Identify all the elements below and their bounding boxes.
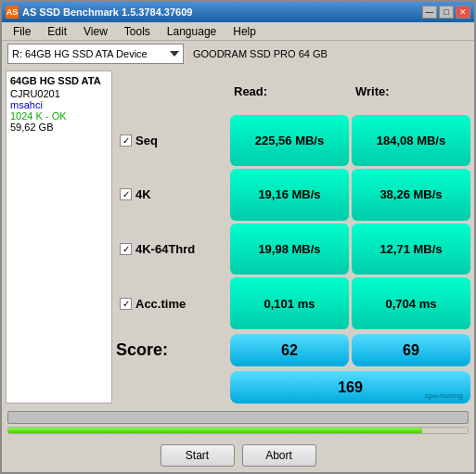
watermark: cpu-tuning (425, 391, 463, 400)
title-controls: — □ ✕ (422, 6, 470, 19)
menu-file[interactable]: File (6, 23, 38, 40)
seq-checkbox[interactable]: ✓ (120, 135, 132, 147)
seq-read-cell: 225,56 MB/s (230, 115, 349, 167)
bottom-progress-bar (7, 427, 469, 434)
seq-label: Seq (135, 134, 158, 147)
4k-label: 4K (135, 187, 151, 201)
menu-view[interactable]: View (76, 23, 115, 40)
acctime-checkbox[interactable]: ✓ (120, 298, 132, 310)
4k64thrd-checkbox[interactable]: ✓ (120, 243, 132, 255)
4k64thrd-read-cell: 19,98 MB/s (230, 224, 349, 275)
score-read-cell: 62 (230, 334, 349, 366)
size-info: 59,62 GB (10, 122, 108, 133)
4k64thrd-label: 4K-64Thrd (135, 242, 195, 256)
device-name: 64GB HG SSD ATA (10, 75, 108, 86)
total-score-cell: 169 cpu-tuning (230, 371, 470, 404)
empty-header (116, 70, 227, 112)
toolbar: R: 64GB HG SSD ATA Device GOODRAM SSD PR… (2, 41, 474, 67)
menu-bar: File Edit View Tools Language Help (2, 22, 474, 41)
abort-button[interactable]: Abort (242, 444, 316, 467)
driver-name: msahci (10, 99, 108, 110)
write-header: Write: (352, 70, 470, 112)
acctime-label: Acc.time (135, 297, 186, 311)
score-row: Score: 62 69 (116, 334, 470, 366)
app-icon: AS (6, 6, 19, 19)
seq-row-label: ✓ Seq (116, 115, 227, 167)
acctime-row-label: ✓ Acc.time (116, 277, 227, 329)
read-header: Read: (230, 70, 349, 112)
score-write-cell: 69 (352, 334, 470, 366)
acctime-write-cell: 0,704 ms (352, 277, 470, 329)
menu-help[interactable]: Help (225, 23, 264, 40)
title-bar-text: AS AS SSD Benchmark 1.5.3784.37609 (6, 6, 192, 19)
4k-row-label: ✓ 4K (116, 169, 227, 221)
results-grid: Read: Write: ✓ Seq 225,56 MB/s 184,08 MB… (116, 70, 470, 329)
total-score-value: 169 (338, 379, 363, 396)
score-label: Score: (116, 340, 227, 360)
4k64thrd-row-label: ✓ 4K-64Thrd (116, 224, 227, 275)
4k64thrd-write-cell: 12,71 MB/s (352, 224, 470, 275)
device-id: CJRU0201 (10, 88, 108, 99)
maximize-button[interactable]: □ (439, 6, 454, 19)
top-progress-bar (7, 411, 469, 424)
4k-write-cell: 38,26 MB/s (352, 169, 470, 221)
title-bar: AS AS SSD Benchmark 1.5.3784.37609 — □ ✕ (2, 2, 474, 22)
menu-edit[interactable]: Edit (40, 23, 74, 40)
bottom-progress-fill (8, 428, 422, 433)
device-select[interactable]: R: 64GB HG SSD ATA Device (7, 44, 184, 64)
right-panel: Read: Write: ✓ Seq 225,56 MB/s 184,08 MB… (116, 70, 470, 404)
close-button[interactable]: ✕ (456, 6, 470, 19)
left-panel: 64GB HG SSD ATA CJRU0201 msahci 1024 K -… (6, 70, 112, 404)
4k-read-cell: 19,16 MB/s (230, 169, 349, 221)
device-label: GOODRAM SSD PRO 64 GB (193, 48, 328, 59)
progress-section (2, 407, 474, 441)
menu-tools[interactable]: Tools (117, 23, 158, 40)
4k-checkbox[interactable]: ✓ (120, 188, 132, 200)
start-button[interactable]: Start (161, 444, 235, 467)
window-title: AS SSD Benchmark 1.5.3784.37609 (22, 6, 192, 18)
acctime-read-cell: 0,101 ms (230, 277, 349, 329)
buttons-row: Start Abort (2, 441, 474, 472)
main-content: 64GB HG SSD ATA CJRU0201 msahci 1024 K -… (2, 67, 474, 407)
minimize-button[interactable]: — (422, 6, 437, 19)
status-text: 1024 K - OK (10, 110, 108, 122)
total-score-row: 169 cpu-tuning (116, 371, 470, 404)
menu-language[interactable]: Language (160, 23, 224, 40)
main-window: AS AS SSD Benchmark 1.5.3784.37609 — □ ✕… (0, 0, 476, 474)
seq-write-cell: 184,08 MB/s (352, 115, 470, 167)
